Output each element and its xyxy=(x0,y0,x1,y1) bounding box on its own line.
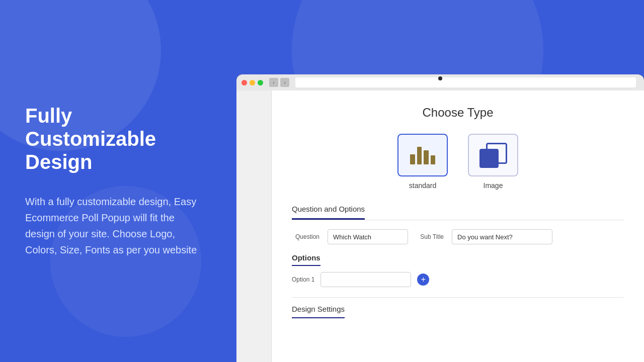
laptop-mockup: ‹ › Choose Type xyxy=(236,74,644,362)
page-description: With a fully customizable design, Easy E… xyxy=(25,194,206,258)
app-main: Choose Type xyxy=(272,90,644,362)
bar-3 xyxy=(424,150,429,164)
traffic-lights xyxy=(242,80,263,85)
tab-section: Question and Options xyxy=(292,205,624,220)
tab-question-options[interactable]: Question and Options xyxy=(292,205,365,220)
bar-1 xyxy=(410,154,415,164)
add-option-button[interactable]: + xyxy=(417,274,429,286)
subtitle-input[interactable] xyxy=(452,229,552,244)
app-sidebar xyxy=(236,90,272,362)
image-label: Image xyxy=(484,182,503,190)
traffic-light-red[interactable] xyxy=(242,80,247,85)
design-settings-section: Design Settings xyxy=(292,297,624,318)
standard-label: standard xyxy=(409,182,436,190)
image-card-icon xyxy=(468,134,518,176)
design-settings-title: Design Settings xyxy=(292,305,345,318)
standard-card-icon xyxy=(397,134,448,176)
page-title: Fully Customizable Design xyxy=(25,104,206,173)
question-input[interactable] xyxy=(328,229,408,244)
option1-input[interactable] xyxy=(320,272,411,287)
option1-label: Option 1 xyxy=(292,276,314,283)
traffic-light-green[interactable] xyxy=(258,80,263,85)
traffic-light-yellow[interactable] xyxy=(250,80,255,85)
question-row: Question Sub Title xyxy=(292,229,624,244)
type-card-image[interactable]: Image xyxy=(465,134,521,190)
option-1-row: Option 1 + xyxy=(292,272,624,287)
browser-content: Choose Type xyxy=(236,90,644,362)
bar-2 xyxy=(417,147,422,164)
address-bar[interactable] xyxy=(295,77,636,87)
bar-chart-icon xyxy=(410,144,435,166)
subtitle-label: Sub Title xyxy=(416,233,444,240)
image-type-icon xyxy=(479,143,507,168)
question-label: Question xyxy=(292,233,319,240)
choose-type-title: Choose Type xyxy=(292,106,624,120)
options-section: Options Option 1 + xyxy=(292,253,624,287)
options-title: Options xyxy=(292,253,320,266)
bar-4 xyxy=(431,155,436,164)
forward-arrow[interactable]: › xyxy=(280,78,289,87)
browser-nav: ‹ › xyxy=(269,78,289,87)
type-cards: standard Image xyxy=(292,134,624,190)
back-arrow[interactable]: ‹ xyxy=(269,78,278,87)
left-panel: Fully Customizable Design With a fully c… xyxy=(0,0,231,362)
type-card-standard[interactable]: standard xyxy=(395,134,450,190)
right-panel: ‹ › Choose Type xyxy=(231,0,644,362)
plus-icon: + xyxy=(421,276,426,284)
image-square-front xyxy=(479,149,499,168)
laptop-camera xyxy=(438,76,442,80)
